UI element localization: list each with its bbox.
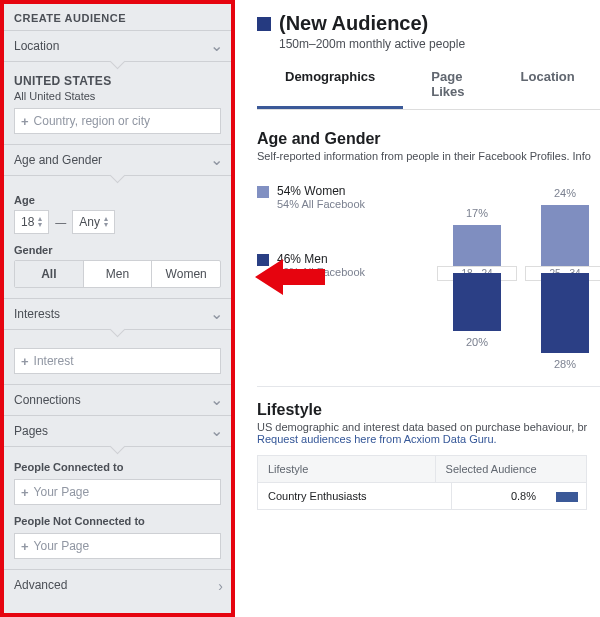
pages-body: People Connected to + Your Page People N… <box>4 446 231 569</box>
lifestyle-bar-cell <box>546 482 586 509</box>
chevron-down-icon: ⌄ <box>210 393 223 407</box>
chart-bars: 17% 18 - 24 20% 24% 25 - 34 28% <box>382 178 600 368</box>
range-dash: — <box>55 216 66 228</box>
chevron-down-icon: ⌄ <box>210 424 223 438</box>
chart-legend: 54% Women 54% All Facebook 46% Men 46% A… <box>257 178 382 368</box>
plus-icon: + <box>21 114 29 129</box>
bar-men <box>453 273 501 331</box>
accordion-label: Pages <box>14 424 48 438</box>
gender-toggle: All Men Women <box>14 260 221 288</box>
interest-placeholder: Interest <box>34 354 74 368</box>
gender-option-all[interactable]: All <box>15 261 83 287</box>
bar-label: 20% <box>445 336 509 348</box>
swatch-men <box>257 254 269 266</box>
age-to-select[interactable]: Any ▴▾ <box>72 210 115 234</box>
legend-women-line1: 54% Women <box>277 184 365 198</box>
lifestyle-table: Lifestyle Selected Audience Country Enth… <box>257 455 587 510</box>
age-gender-body: Age 18 ▴▾ — Any ▴▾ Gender All Men <box>4 175 231 298</box>
swatch-women <box>257 186 269 198</box>
age-from-select[interactable]: 18 ▴▾ <box>14 210 49 234</box>
bar-label: 28% <box>533 358 597 370</box>
accordion-pages[interactable]: Pages ⌄ <box>4 415 231 446</box>
table-row: Country Enthusiasts 0.8% <box>258 482 586 509</box>
gender-option-women[interactable]: Women <box>151 261 220 287</box>
page-title: (New Audience) <box>279 12 428 35</box>
lifestyle-desc-text: US demographic and interest data based o… <box>257 421 587 433</box>
section-heading-age-gender: Age and Gender <box>257 130 600 148</box>
age-label: Age <box>14 194 221 206</box>
col-header-lifestyle: Lifestyle <box>258 456 435 482</box>
table-header-row: Lifestyle Selected Audience <box>258 456 586 482</box>
location-subtext: All United States <box>14 90 221 102</box>
tab-demographics[interactable]: Demographics <box>257 59 403 109</box>
create-audience-panel: CREATE AUDIENCE Location ⌄ UNITED STATES… <box>0 0 235 617</box>
legend-men: 46% Men 46% All Facebook <box>257 252 382 278</box>
chevron-down-icon: ⌄ <box>210 39 223 53</box>
bar-label: 17% <box>445 207 509 219</box>
chevron-right-icon: › <box>218 578 223 594</box>
legend-women-line2: 54% All Facebook <box>277 198 365 210</box>
gender-label: Gender <box>14 244 221 256</box>
accordion-label: Interests <box>14 307 60 321</box>
section-desc-age-gender: Self-reported information from people in… <box>257 150 600 162</box>
location-placeholder: Country, region or city <box>34 114 151 128</box>
not-connected-label: People Not Connected to <box>14 515 221 527</box>
plus-icon: + <box>21 485 29 500</box>
not-connected-input[interactable]: + Your Page <box>14 533 221 559</box>
connected-input[interactable]: + Your Page <box>14 479 221 505</box>
bar-label: 24% <box>533 187 597 199</box>
chevron-down-icon: ⌄ <box>210 307 223 321</box>
section-heading-lifestyle: Lifestyle <box>257 401 600 419</box>
accordion-label: Advanced <box>14 578 67 592</box>
main-content: (New Audience) 150m–200m monthly active … <box>235 0 600 617</box>
age-to-value: Any <box>79 215 100 229</box>
connected-label: People Connected to <box>14 461 221 473</box>
accordion-label: Location <box>14 39 59 53</box>
age-gender-chart: 54% Women 54% All Facebook 46% Men 46% A… <box>257 178 600 368</box>
age-from-value: 18 <box>21 215 34 229</box>
accordion-interests[interactable]: Interests ⌄ <box>4 298 231 329</box>
interest-input[interactable]: + Interest <box>14 348 221 374</box>
bar-men <box>541 273 589 353</box>
accordion-label: Age and Gender <box>14 153 102 167</box>
accordion-label: Connections <box>14 393 81 407</box>
chevron-down-icon: ⌄ <box>210 153 223 167</box>
legend-men-line2: 46% All Facebook <box>277 266 365 278</box>
page-placeholder: Your Page <box>34 539 90 553</box>
audience-size: 150m–200m monthly active people <box>279 37 600 51</box>
gender-option-men[interactable]: Men <box>83 261 152 287</box>
chart-col-18-24: 17% 18 - 24 20% <box>442 178 512 368</box>
plus-icon: + <box>21 539 29 554</box>
stepper-icon: ▴▾ <box>38 216 42 228</box>
section-desc-lifestyle: US demographic and interest data based o… <box>257 421 600 445</box>
legend-women: 54% Women 54% All Facebook <box>257 184 382 210</box>
location-input[interactable]: + Country, region or city <box>14 108 221 134</box>
tab-location[interactable]: Location <box>493 59 600 109</box>
lifestyle-pct: 0.8% <box>451 482 546 509</box>
legend-men-line1: 46% Men <box>277 252 365 266</box>
chart-col-25-34: 24% 25 - 34 28% <box>530 178 600 368</box>
col-header-selected-audience: Selected Audience <box>435 456 586 482</box>
tab-bar: Demographics Page Likes Location <box>257 59 600 110</box>
accordion-connections[interactable]: Connections ⌄ <box>4 384 231 415</box>
divider <box>257 386 600 387</box>
plus-icon: + <box>21 354 29 369</box>
stepper-icon: ▴▾ <box>104 216 108 228</box>
lifestyle-name: Country Enthusiasts <box>258 482 451 509</box>
accordion-location[interactable]: Location ⌄ <box>4 30 231 61</box>
sidebar-header: CREATE AUDIENCE <box>4 4 231 30</box>
acxiom-link[interactable]: Request audiences here from Acxiom Data … <box>257 433 497 445</box>
bar-women <box>541 205 589 273</box>
mini-bar <box>556 492 578 502</box>
accordion-age-gender[interactable]: Age and Gender ⌄ <box>4 144 231 175</box>
location-body: UNITED STATES All United States + Countr… <box>4 61 231 144</box>
location-country: UNITED STATES <box>14 74 221 88</box>
tab-page-likes[interactable]: Page Likes <box>403 59 492 109</box>
page-placeholder: Your Page <box>34 485 90 499</box>
audience-color-swatch <box>257 17 271 31</box>
accordion-advanced[interactable]: Advanced › <box>4 569 231 600</box>
